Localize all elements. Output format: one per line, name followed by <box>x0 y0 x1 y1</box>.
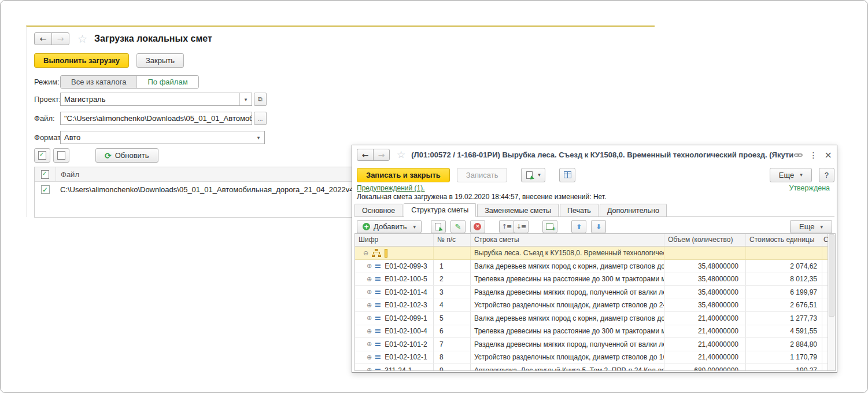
row-code: Е01-02-101-2 <box>385 340 427 348</box>
check-all-button[interactable]: ✓ <box>34 148 50 163</box>
collapse-icon[interactable]: ⊖ <box>363 249 368 257</box>
close-window-icon[interactable]: × <box>825 149 832 160</box>
estimate-row[interactable]: ⊕ Е01-02-100-4 6 Трелевка древесины на р… <box>355 325 835 339</box>
expand-icon[interactable]: ⊕ <box>367 276 372 283</box>
row-num: 7 <box>434 338 471 351</box>
plus-icon: + <box>363 223 370 230</box>
expand-icon[interactable]: ⊕ <box>367 354 372 361</box>
document-more-button[interactable]: Еще ▾ <box>770 168 812 182</box>
link-icon[interactable] <box>794 151 803 159</box>
add-label: Добавить <box>374 222 407 231</box>
format-select[interactable]: Авто ▾ <box>60 131 265 144</box>
save-button[interactable]: Записать <box>457 168 508 182</box>
file-browse-button[interactable]: ... <box>254 112 267 125</box>
run-load-button[interactable]: Выполнить загрузку <box>34 53 129 68</box>
expand-icon[interactable]: ⊕ <box>367 314 372 322</box>
warnings-link[interactable]: Предупреждений (1). <box>357 184 425 192</box>
tab-заменяемые-сметы[interactable]: Заменяемые сметы <box>477 204 559 216</box>
open-report-button[interactable] <box>559 168 575 182</box>
help-button[interactable]: ? <box>819 168 834 182</box>
file-checkbox[interactable]: ✓ <box>41 185 50 194</box>
doc-forward-button[interactable]: → <box>373 149 390 161</box>
scrollbar-thumb[interactable] <box>829 234 834 317</box>
refresh-button[interactable]: ⟳ Обновить <box>95 148 158 163</box>
level-down-icon: ↓≡ <box>516 223 526 230</box>
add-column-button[interactable] <box>542 220 557 233</box>
row-code: Е01-02-100-4 <box>385 327 427 335</box>
row-num: 5 <box>434 312 471 325</box>
estimate-row[interactable]: ⊕ Е01-02-102-3 4 Устройство разделочных … <box>355 299 835 313</box>
grid-scrollbar[interactable] <box>828 234 835 370</box>
col-num[interactable]: № п/с <box>434 234 471 246</box>
col-unit-cost[interactable]: Стоимость единицы <box>746 234 822 246</box>
estimate-row[interactable]: ⊕ Е01-02-099-3 1 Валка деревьев мягких п… <box>355 260 835 273</box>
estimate-row[interactable]: ⊕ Е01-02-101-4 3 Разделка древесины мягк… <box>355 286 835 299</box>
row-qty: 21,40000000 <box>664 351 746 364</box>
level-down-button[interactable]: ↓≡ <box>514 220 529 233</box>
create-based-on-button[interactable]: ▾ <box>521 168 545 182</box>
move-up-icon: ⬆ <box>576 223 582 231</box>
dropdown-arrow-icon: ▾ <box>820 224 823 230</box>
level-up-button[interactable]: ↑≡ <box>499 220 514 233</box>
grid-more-button[interactable]: Еще ▾ <box>790 220 832 233</box>
project-dropdown-icon[interactable]: ▾ <box>239 93 252 105</box>
estimate-row[interactable]: ⊕ 311-24-1 9 Автопогрузка. Лес круглый К… <box>355 364 835 371</box>
files-file-column[interactable]: Файл <box>56 170 79 179</box>
menu-kebab-icon[interactable]: ⋮ <box>810 150 818 160</box>
expand-icon[interactable]: ⊕ <box>367 302 372 309</box>
estimate-row[interactable]: ⊕ Е01-02-101-2 7 Разделка древесины мягк… <box>355 338 835 351</box>
delete-row-button[interactable]: ✕ <box>470 220 485 233</box>
file-input[interactable]: "C:\Users\alimonchenko\Downloads\05_01_0… <box>60 112 252 125</box>
close-button[interactable]: Закрыть <box>136 53 184 68</box>
favorite-star-icon[interactable]: ☆ <box>77 34 87 45</box>
group-row[interactable]: ⊖ Вырубка леса. Съезд к КУ1508,0. Времен… <box>355 247 835 260</box>
col-line[interactable]: Строка сметы <box>471 234 664 246</box>
estimate-row[interactable]: ⊕ Е01-02-102-1 8 Устройство разделочных … <box>355 351 835 365</box>
doc-back-button[interactable]: ← <box>357 149 374 161</box>
project-value: Магистраль <box>61 95 239 104</box>
row-text: Валка деревьев мягких пород с корня, диа… <box>471 312 664 325</box>
project-open-button[interactable]: ⧉ <box>254 93 267 106</box>
project-input[interactable]: Магистраль ▾ <box>60 93 252 106</box>
check-all-icon: ✓ <box>38 151 46 160</box>
estimate-row[interactable]: ⊕ Е01-02-100-5 2 Трелевка древесины на р… <box>355 273 835 287</box>
grid-header: Шифр № п/с Строка сметы Объем (количеств… <box>355 234 835 247</box>
flag-column-icon: ✓ <box>41 170 49 179</box>
forward-button[interactable]: → <box>51 32 69 45</box>
format-label: Формат: <box>34 133 60 142</box>
add-row-button[interactable]: + Добавить ▾ <box>357 220 422 233</box>
row-unit-cost: 2 884,80 <box>746 338 822 351</box>
save-and-close-button[interactable]: Записать и закрыть <box>357 168 450 182</box>
row-code: Е01-02-099-1 <box>385 314 427 322</box>
mode-option[interactable]: По файлам <box>137 76 198 88</box>
tab-основное[interactable]: Основное <box>354 204 402 216</box>
files-flag-column[interactable]: ✓ <box>35 167 56 181</box>
tab-структура-сметы[interactable]: Структура сметы <box>404 203 476 217</box>
load-status-text: Локальная смета загружена в 19.02.2020 1… <box>357 193 606 201</box>
row-unit-cost: 6 199,97 <box>746 286 822 299</box>
move-up-button[interactable]: ⬆ <box>571 220 586 233</box>
level-up-icon: ↑≡ <box>502 223 511 230</box>
move-down-button[interactable]: ⬇ <box>591 220 606 233</box>
mode-option[interactable]: Все из каталога <box>61 76 137 88</box>
uncheck-all-button[interactable] <box>53 148 69 163</box>
copy-row-button[interactable] <box>431 220 446 233</box>
back-button[interactable]: ← <box>34 32 52 45</box>
row-num: 6 <box>434 325 471 338</box>
item-type-icon <box>375 369 381 371</box>
tab-дополнительно[interactable]: Дополнительно <box>600 204 667 216</box>
expand-icon[interactable]: ⊕ <box>367 328 372 335</box>
expand-icon[interactable]: ⊕ <box>367 262 372 270</box>
tab-печать[interactable]: Печать <box>560 204 599 216</box>
expand-icon[interactable]: ⊕ <box>367 366 372 371</box>
col-code[interactable]: Шифр <box>355 234 434 246</box>
col-qty[interactable]: Объем (количество) <box>664 234 746 246</box>
row-qty: 21,40000000 <box>664 325 746 338</box>
doc-favorite-star-icon[interactable]: ☆ <box>397 150 405 160</box>
item-type-icon <box>375 329 381 333</box>
expand-icon[interactable]: ⊕ <box>367 288 372 296</box>
expand-icon[interactable]: ⊕ <box>367 340 372 348</box>
estimate-row[interactable]: ⊕ Е01-02-099-1 5 Валка деревьев мягких п… <box>355 312 835 325</box>
row-code: Е01-02-102-3 <box>385 301 427 309</box>
edit-row-button[interactable]: ✎ <box>450 220 466 233</box>
